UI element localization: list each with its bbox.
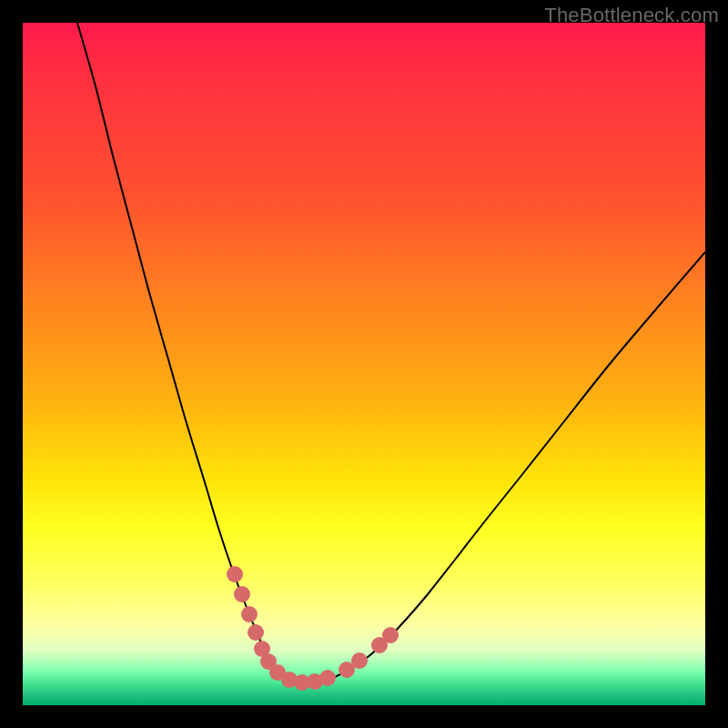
watermark-text: TheBottleneck.com xyxy=(544,4,719,27)
marker-right-upper-14 xyxy=(382,627,399,643)
marker-bottom-10 xyxy=(319,670,336,686)
marker-left-cluster-0 xyxy=(227,566,243,582)
chart-svg xyxy=(23,23,705,705)
marker-right-cluster-12 xyxy=(351,652,368,669)
marker-group xyxy=(227,566,399,691)
marker-left-cluster-1 xyxy=(234,586,250,602)
marker-left-cluster-2 xyxy=(241,606,258,622)
bottleneck-curve xyxy=(77,23,705,682)
marker-left-cluster-3 xyxy=(248,624,264,641)
chart-plot-area xyxy=(23,23,705,705)
